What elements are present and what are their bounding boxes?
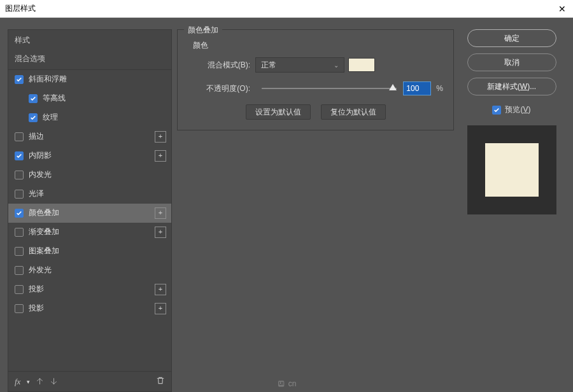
style-checkbox[interactable] <box>15 75 24 84</box>
set-default-button[interactable]: 设置为默认值 <box>246 104 311 120</box>
style-checkbox[interactable] <box>29 94 38 103</box>
main: 样式 混合选项 斜面和浮雕等高线纹理描边+内阴影+内发光光泽颜色叠加+渐变叠加+… <box>0 18 573 392</box>
watermark: UI cn <box>277 379 297 388</box>
new-style-button[interactable]: 新建样式(W)... <box>467 78 556 95</box>
style-checkbox[interactable] <box>15 171 24 179</box>
svg-text:UI: UI <box>279 381 283 386</box>
window-title: 图层样式 <box>5 3 556 14</box>
right-panel: 确定 取消 新建样式(W)... 预览(V) <box>462 18 573 392</box>
blend-options-header[interactable]: 混合选项 <box>8 48 171 70</box>
close-icon[interactable]: ✕ <box>556 3 568 15</box>
opacity-label: 不透明度(O): <box>188 83 250 94</box>
preview-label: 预览(V) <box>505 104 530 115</box>
settings-panel: 颜色叠加 颜色 混合模式(B): 正常 ⌄ 不透明度(O): 100 % 设置为 <box>172 18 462 392</box>
style-label: 等高线 <box>43 93 166 104</box>
style-checkbox[interactable] <box>29 113 38 122</box>
arrow-up-icon[interactable]: 🡡 <box>36 377 44 386</box>
add-effect-icon[interactable]: + <box>155 131 166 143</box>
style-label: 描边 <box>29 131 155 142</box>
style-label: 内阴影 <box>29 150 155 161</box>
style-label: 光泽 <box>29 188 166 199</box>
styles-panel: 样式 混合选项 斜面和浮雕等高线纹理描边+内阴影+内发光光泽颜色叠加+渐变叠加+… <box>8 29 172 392</box>
style-label: 内发光 <box>29 169 166 180</box>
style-row[interactable]: 光泽 <box>8 185 171 204</box>
style-checkbox[interactable] <box>15 190 24 199</box>
style-checkbox[interactable] <box>15 209 24 218</box>
chevron-down-icon: ⌄ <box>334 62 339 69</box>
style-row[interactable]: 投影+ <box>8 280 171 299</box>
style-row[interactable]: 斜面和浮雕 <box>8 70 171 89</box>
style-row[interactable]: 投影+ <box>8 299 171 318</box>
add-effect-icon[interactable]: + <box>155 207 166 219</box>
preview-panel <box>467 125 556 214</box>
style-checkbox[interactable] <box>15 132 24 141</box>
add-effect-icon[interactable]: + <box>155 150 166 162</box>
style-label: 外发光 <box>29 265 166 276</box>
style-checkbox[interactable] <box>15 151 24 160</box>
style-checkbox[interactable] <box>15 266 24 275</box>
reset-default-button[interactable]: 复位为默认值 <box>321 104 386 120</box>
style-label: 渐变叠加 <box>29 227 155 237</box>
add-effect-icon[interactable]: + <box>155 303 166 314</box>
styles-footer: fx ▾ 🡡 🡣 <box>8 371 171 391</box>
fx-menu-icon[interactable]: fx <box>15 377 20 387</box>
styles-list: 斜面和浮雕等高线纹理描边+内阴影+内发光光泽颜色叠加+渐变叠加+图案叠加外发光投… <box>8 70 171 371</box>
preview-swatch <box>485 143 539 197</box>
opacity-slider[interactable] <box>262 88 397 89</box>
arrow-down-icon[interactable]: 🡣 <box>50 377 58 386</box>
titlebar: 图层样式 ✕ <box>0 0 573 18</box>
style-row[interactable]: 内阴影+ <box>8 146 171 165</box>
style-label: 颜色叠加 <box>29 207 155 218</box>
style-row[interactable]: 描边+ <box>8 127 171 146</box>
blend-mode-value: 正常 <box>261 60 276 71</box>
add-effect-icon[interactable]: + <box>155 227 166 238</box>
section-label: 颜色 <box>193 40 443 51</box>
cancel-button[interactable]: 取消 <box>467 53 556 71</box>
default-buttons-row: 设置为默认值 复位为默认值 <box>188 104 443 120</box>
add-effect-icon[interactable]: + <box>155 284 166 295</box>
style-label: 投影 <box>29 284 155 295</box>
style-row[interactable]: 图案叠加 <box>8 242 171 261</box>
style-row[interactable]: 颜色叠加+ <box>8 204 171 223</box>
style-label: 图案叠加 <box>29 246 166 256</box>
color-overlay-fieldset: 颜色叠加 颜色 混合模式(B): 正常 ⌄ 不透明度(O): 100 % 设置为 <box>177 29 454 130</box>
opacity-unit: % <box>436 84 443 93</box>
sidebar: 样式 混合选项 斜面和浮雕等高线纹理描边+内阴影+内发光光泽颜色叠加+渐变叠加+… <box>0 18 172 392</box>
blend-mode-label: 混合模式(B): <box>188 60 250 71</box>
blend-mode-select[interactable]: 正常 ⌄ <box>255 57 344 73</box>
style-label: 斜面和浮雕 <box>29 74 166 85</box>
style-label: 纹理 <box>43 112 166 123</box>
ok-button[interactable]: 确定 <box>467 29 556 47</box>
preview-checkbox[interactable] <box>492 106 501 115</box>
style-checkbox[interactable] <box>15 285 24 294</box>
style-checkbox[interactable] <box>15 304 24 313</box>
blend-mode-row: 混合模式(B): 正常 ⌄ <box>188 57 443 73</box>
opacity-input[interactable]: 100 <box>403 81 431 95</box>
style-row[interactable]: 等高线 <box>8 89 171 108</box>
slider-thumb-icon[interactable] <box>389 84 397 90</box>
style-row[interactable]: 纹理 <box>8 108 171 127</box>
trash-icon[interactable] <box>156 376 165 387</box>
style-row[interactable]: 外发光 <box>8 261 171 280</box>
style-checkbox[interactable] <box>15 228 24 237</box>
preview-checkbox-row[interactable]: 预览(V) <box>492 104 530 115</box>
style-row[interactable]: 内发光 <box>8 165 171 185</box>
color-swatch[interactable] <box>348 58 375 72</box>
styles-header[interactable]: 样式 <box>8 30 171 48</box>
fieldset-legend: 颜色叠加 <box>184 25 222 36</box>
opacity-row: 不透明度(O): 100 % <box>188 81 443 95</box>
style-checkbox[interactable] <box>15 247 24 256</box>
style-row[interactable]: 渐变叠加+ <box>8 223 171 242</box>
style-label: 投影 <box>29 303 155 314</box>
